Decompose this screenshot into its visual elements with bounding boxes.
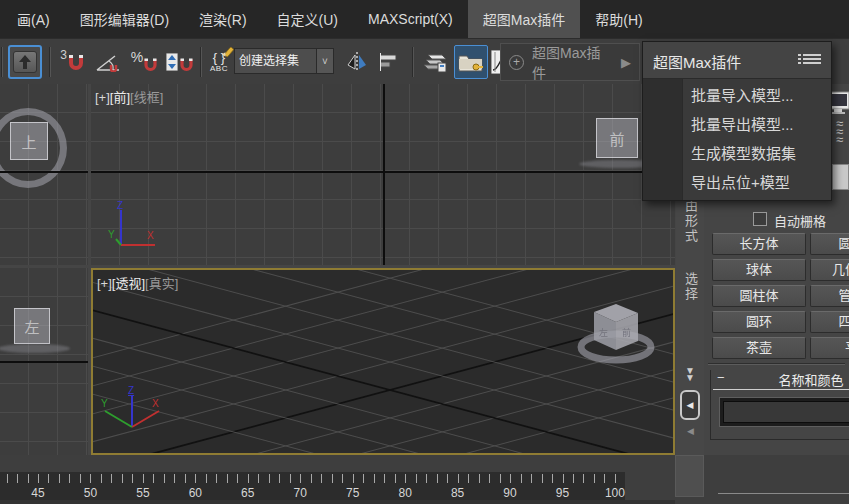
ruler-tick <box>563 474 564 483</box>
viewcube-front[interactable]: 前 <box>596 118 638 158</box>
status-divider <box>718 493 849 494</box>
object-button-圆锥体[interactable]: 圆锥体 <box>810 233 849 255</box>
up-arrow-button[interactable] <box>8 45 42 79</box>
track-bar-footer <box>0 500 675 504</box>
magnet-icon <box>180 58 193 72</box>
plus-icon[interactable]: + <box>509 55 524 70</box>
ruler-tick <box>542 474 543 483</box>
viewcube-top[interactable]: 上 <box>10 122 48 160</box>
viewport-persp-label[interactable]: [+][透视][真实] <box>97 273 178 292</box>
snap-spinner-button[interactable] <box>162 45 196 79</box>
grid-axis-line <box>383 84 385 265</box>
ruler-label-80: 80 <box>398 486 411 500</box>
dropdown-item-2[interactable]: 批量导出模型... <box>691 110 829 139</box>
mirror-button[interactable] <box>342 45 372 79</box>
viewcube-front-label: 前 <box>609 128 624 149</box>
viewcube-shadow <box>0 344 70 353</box>
viewcube-left[interactable]: 左 <box>14 308 50 344</box>
viewport-perspective[interactable]: 左 前 [+][透视][真实] Z X Y <box>91 268 675 455</box>
ruler-tick <box>38 474 39 483</box>
axis-tripod-icon: Z X Y <box>97 385 167 445</box>
rollout-title[interactable]: 名称和颜色 <box>713 370 849 390</box>
viewport-shading-label[interactable]: [线框] <box>130 90 163 105</box>
ruler-label-70: 70 <box>294 486 307 500</box>
dropdown-icon-gutter <box>643 79 683 200</box>
ruler-tick <box>227 474 228 483</box>
menu-item-2[interactable]: 图形编辑器(D) <box>65 0 184 38</box>
menu-item-1[interactable]: 画(A) <box>2 0 65 38</box>
object-name-input[interactable] <box>723 401 849 423</box>
play-arrow-icon[interactable]: ▶ <box>621 55 631 70</box>
object-button-管状体[interactable]: 管状体 <box>810 285 849 307</box>
viewport-menu-plus[interactable]: [+] <box>95 90 110 105</box>
small-left-arrow-icon[interactable]: ◀ <box>687 426 694 436</box>
viewport-left[interactable]: 左 <box>0 268 88 455</box>
object-button-茶壶[interactable]: 茶壶 <box>712 337 806 359</box>
menu-item-5[interactable]: MAXScript(X) <box>353 0 468 38</box>
snap-percent-button[interactable]: % <box>128 45 160 79</box>
ruler-tick <box>90 474 91 483</box>
snap-3d-button[interactable]: 3 <box>56 45 88 79</box>
ruler-tick <box>447 474 448 483</box>
angle-snap-icon <box>95 52 121 72</box>
menu-item-4[interactable]: 自定义(U) <box>262 0 353 38</box>
object-button-长方体[interactable]: 长方体 <box>712 233 806 255</box>
viewport-front[interactable]: [+][前][线框] 前 Z X Y <box>91 84 675 265</box>
ruler-tick <box>594 474 595 483</box>
chevron-down-icon[interactable]: ˅ <box>316 49 333 73</box>
edit-named-selections-button[interactable]: { } ABC <box>204 45 234 79</box>
align-button[interactable] <box>376 45 406 79</box>
dropdown-item-3[interactable]: 生成模型数据集 <box>691 139 829 168</box>
menu-item-7[interactable]: 帮助(H) <box>580 0 657 38</box>
object-button-四棱锥[interactable]: 四棱锥 <box>810 311 849 333</box>
ruler-tick <box>290 474 291 483</box>
object-row-4: 圆环四棱锥 <box>704 311 849 333</box>
ribbon-tab-selection[interactable]: 选择 <box>681 272 700 302</box>
grid-axis-line <box>0 171 88 173</box>
viewport-front-label[interactable]: [+][前][线框] <box>95 87 163 106</box>
layer-manager-button[interactable] <box>418 45 452 79</box>
dropdown-body: 批量导入模型...批量导出模型...生成模型数据集导出点位+模型 <box>643 79 831 200</box>
selection-set-combo[interactable]: 创建选择集 ˅ <box>234 48 334 74</box>
autogrid-checkbox[interactable] <box>753 212 767 226</box>
viewport-shading-label[interactable]: [真实] <box>145 276 178 291</box>
viewport-pov-label[interactable]: [前] <box>110 90 130 105</box>
ruler-tick <box>321 474 322 483</box>
object-button-球体[interactable]: 球体 <box>712 259 806 281</box>
dropdown-item-4[interactable]: 导出点位+模型 <box>691 168 829 197</box>
ruler-tick <box>300 474 301 483</box>
ruler-tick <box>143 474 144 483</box>
ruler-tick <box>531 474 532 483</box>
svg-text:Y: Y <box>101 398 108 409</box>
autogrid-label: 自动栅格 <box>774 211 826 230</box>
panel-divider <box>708 363 845 365</box>
viewport-pov-label[interactable]: [透视] <box>112 276 145 291</box>
menu-item-3[interactable]: 渲染(R) <box>184 0 261 38</box>
autogrid-row: 自动栅格 <box>704 210 849 230</box>
object-button-圆环[interactable]: 圆环 <box>712 311 806 333</box>
dropdown-title: 超图Max插件 <box>653 51 741 72</box>
menu-item-6[interactable]: 超图Max插件 <box>468 0 580 38</box>
supermap-floating-toolbar[interactable]: + 超图Max插件 ▶ <box>500 43 640 81</box>
object-button-几何球体[interactable]: 几何球体 <box>810 259 849 281</box>
space-warps-icon[interactable]: ≈≈≈ <box>836 120 843 144</box>
object-button-圆柱体[interactable]: 圆柱体 <box>712 285 806 307</box>
ruler-tick <box>416 474 417 483</box>
ruler-tick <box>48 474 49 483</box>
viewport-top[interactable]: 上 <box>0 84 88 265</box>
ruler-tick <box>258 474 259 483</box>
ruler-tick <box>80 474 81 483</box>
ruler-label-75: 75 <box>346 486 359 500</box>
double-chevron-down-icon[interactable]: ▼▼ <box>683 367 697 381</box>
viewport-menu-plus[interactable]: [+] <box>97 276 112 291</box>
snap-angle-button[interactable] <box>92 45 124 79</box>
panel-collapse-handle[interactable]: ◀ <box>680 390 700 420</box>
object-row-2: 球体几何球体 <box>704 259 849 281</box>
ruler-tick <box>374 474 375 483</box>
viewcube-left-label: 左 <box>24 316 39 337</box>
ruler-tick <box>164 474 165 483</box>
dropdown-item-1[interactable]: 批量导入模型... <box>691 81 829 110</box>
scene-explorer-toggle[interactable] <box>454 45 488 79</box>
svg-text:X: X <box>152 398 159 409</box>
object-button-平面[interactable]: 平面 <box>810 337 849 359</box>
